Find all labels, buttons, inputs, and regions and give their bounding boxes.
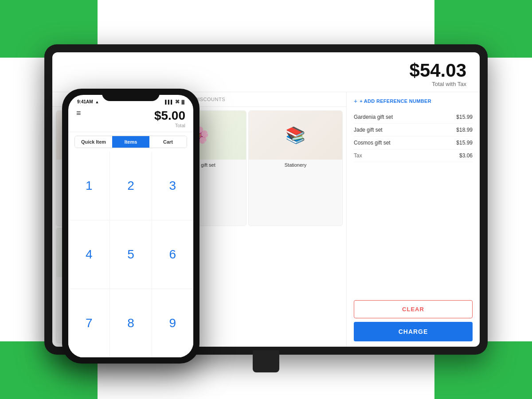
total-label: Total with Tax [410, 81, 466, 87]
add-reference-label: + ADD REFERENCE NUMBER [360, 98, 431, 104]
phone-total-amount: $5.00 [154, 109, 185, 123]
cart-item-name-gardenia: Gardenia gift set [354, 114, 393, 120]
cart-item-name-cosmos: Cosmos gift set [354, 140, 391, 146]
cart-row-gardenia: Gardenia gift set $15.99 [354, 111, 473, 124]
phone-total-label: Total [154, 123, 185, 128]
phone-total: $5.00 Total [154, 109, 185, 128]
numpad-key-6[interactable]: 6 [152, 220, 193, 289]
phone-status-left: 9:41AM ▲ [77, 99, 99, 104]
numpad-key-5[interactable]: 5 [110, 220, 151, 289]
add-icon: + [354, 98, 357, 105]
item-name-stationery: Stationery [281, 160, 310, 170]
battery-icon: ▓ [181, 100, 184, 104]
cart-item-price-jade: $18.99 [456, 127, 473, 133]
numpad-key-9[interactable]: 9 [152, 289, 193, 357]
phone-time: 9:41AM [77, 99, 93, 104]
numpad-key-4[interactable]: 4 [68, 220, 110, 289]
tablet-header: $54.03 Total with Tax [52, 52, 480, 92]
cart-row-cosmos: Cosmos gift set $15.99 [354, 137, 473, 149]
phone-tabs: Quick Item Items Cart [74, 136, 187, 148]
phone-status-right: ▌▌▌ ⌘ ▓ [165, 99, 184, 104]
phone-tab-items[interactable]: Items [112, 136, 149, 148]
signal-icon: ▌▌▌ [165, 100, 173, 104]
phone-tab-quick-item[interactable]: Quick Item [75, 136, 112, 148]
cart-item-price-cosmos: $15.99 [456, 140, 473, 146]
tablet-stand [253, 350, 279, 372]
item-img-stationery [249, 111, 342, 160]
add-reference-button[interactable]: + + ADD REFERENCE NUMBER [354, 98, 473, 105]
numpad-key-8[interactable]: 8 [110, 289, 151, 357]
hamburger-icon[interactable]: ≡ [76, 109, 81, 118]
charge-button[interactable]: CHARGE [354, 322, 473, 341]
numpad-key-2[interactable]: 2 [110, 152, 151, 220]
cart-row-jade: Jade gift set $18.99 [354, 124, 473, 137]
phone-header: ≡ $5.00 Total [68, 106, 193, 132]
location-icon: ▲ [95, 100, 99, 104]
numpad-key-7[interactable]: 7 [68, 289, 110, 357]
cart-item-price-tax: $3.06 [459, 153, 473, 159]
phone-notch [102, 89, 160, 101]
cart-row-tax: Tax $3.06 [354, 149, 473, 162]
cart-item-price-gardenia: $15.99 [456, 114, 473, 120]
phone-screen: 9:41AM ▲ ▌▌▌ ⌘ ▓ ≡ $5.00 Total Quick Ite… [68, 95, 193, 357]
wifi-icon: ⌘ [175, 99, 180, 104]
cart-item-name-jade: Jade gift set [354, 127, 383, 133]
cart-items: Gardenia gift set $15.99 Jade gift set $… [354, 111, 473, 295]
total-amount: $54.03 [410, 61, 466, 80]
total-display: $54.03 Total with Tax [410, 61, 466, 87]
phone-tab-cart[interactable]: Cart [149, 136, 187, 148]
item-card-stationery[interactable]: Stationery [248, 110, 343, 226]
numpad-key-1[interactable]: 1 [68, 152, 110, 220]
cart-panel: + + ADD REFERENCE NUMBER Gardenia gift s… [347, 92, 480, 347]
phone-numpad: 1 2 3 4 5 6 7 8 9 [68, 152, 193, 357]
numpad-key-3[interactable]: 3 [152, 152, 193, 220]
cart-item-name-tax: Tax [354, 153, 362, 159]
phone-device: 9:41AM ▲ ▌▌▌ ⌘ ▓ ≡ $5.00 Total Quick Ite… [62, 89, 200, 364]
clear-button[interactable]: CLEAR [354, 300, 473, 318]
cart-buttons: CLEAR CHARGE [354, 300, 473, 341]
